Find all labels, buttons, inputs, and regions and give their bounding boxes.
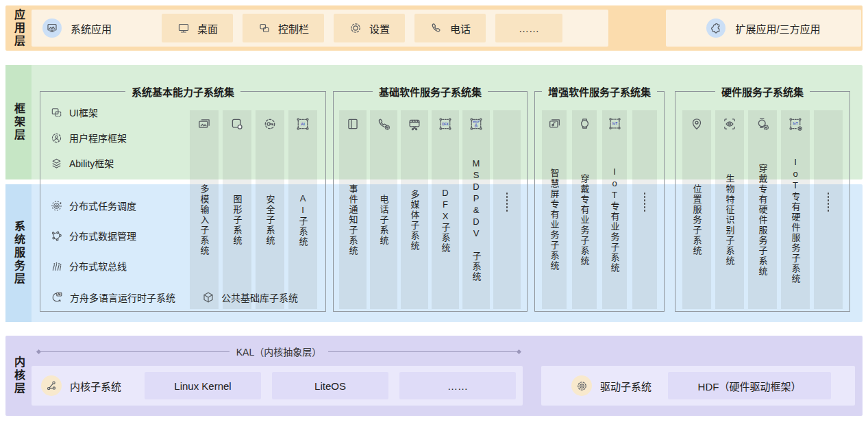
phone-icon [430,21,443,35]
pillar-iot-hw: IoT专有硬件服务子系统 [781,110,810,309]
system-app-item: 系统应用 [42,18,134,38]
security-key-icon [262,116,277,132]
ability-frame-icon [50,157,63,170]
group-enhanced-software-service: 增强软件服务子系统集 智慧屏专有业务子系统 穿戴专有业务子系统 IoT专有业务子… [534,91,665,312]
user-program-frame-icon [50,132,63,145]
msdp-dv-icon [469,116,484,132]
pillar-group: 事件通知子系统 电话子系统 多媒体子系统 DFX子系统 MSDP&DV 子系统 [339,110,521,309]
kernel-item-liteos: LiteOS [272,372,388,399]
app-item-more: …… [495,14,562,42]
ui-frame-icon [50,106,63,119]
iot-icon [608,116,622,131]
kernel-subsystem-icon [41,375,62,396]
group-hardware-service: 硬件服务子系统集 位置服务子系统 生物特征识别子系统 穿戴专有硬件服务子系统 I… [675,91,850,312]
pillar-label: AI子系统 [299,193,308,247]
pillar-ai: AI子系统 [288,110,317,309]
multimedia-icon [407,116,422,132]
pillar-wearable-hw: 穿戴专有硬件服务子系统 [748,110,777,309]
system-app-label: 系统应用 [71,21,112,36]
group-title: 系统基本能力子系统集 [40,84,325,99]
pillar-event-notification: 事件通知子系统 [339,110,367,309]
system-app-icon [42,18,62,38]
pillar-label: 多模输入子系统 [200,184,209,256]
list-item-distributed-task: 分布式任务调度 [50,199,136,212]
pillar-location: 位置服务子系统 [682,110,711,309]
softbus-icon [50,260,63,273]
pillar-label: 图形子系统 [233,195,242,246]
framework-items-list: UI框架 用户程序框架 Ability框架 [50,106,127,170]
pillar-label: 电话子系统 [380,195,388,246]
app-item-label: 设置 [369,21,390,36]
list-item-softbus: 分布式软总线 [50,259,136,273]
vertical-ellipsis [828,193,830,212]
pillar-multimodal-input: 多模输入子系统 [190,110,219,309]
app-item-label: 桌面 [197,21,218,36]
pillar-label: DFX子系统 [441,188,450,253]
pillar-group: 位置服务子系统 生物特征识别子系统 穿戴专有硬件服务子系统 IoT专有硬件服务子… [682,110,843,309]
pillar-more [814,110,843,309]
pillar-label: 安全子系统 [266,195,275,246]
extension-apps-label: 扩展应用/三方应用 [735,21,820,36]
architecture-diagram: 应用层 系统应用 桌面 控制栏 设置 电话 [0,0,868,422]
app-layer-container: 系统应用 桌面 控制栏 设置 电话 …… [32,10,608,47]
pillar-label: MSDP&DV 子系统 [472,158,481,282]
pillar-graphics: 图形子系统 [223,110,251,309]
pillar-label: 智慧屏专有业务子系统 [550,169,559,271]
list-item-ability-framework: Ability框架 [50,156,127,170]
app-item-desktop: 桌面 [162,14,233,42]
control-bar-icon [258,21,271,35]
extension-puzzle-icon [706,18,726,38]
ai-icon [295,116,310,132]
pillar-wearable: 穿戴专有业务子系统 [572,110,597,309]
kernel-subsystem-label: 内核子系统 [70,379,121,393]
ark-runtime-icon [50,290,64,304]
telephony-icon [376,116,391,132]
kal-line-left [37,351,230,352]
app-layer-label: 应用层 [5,5,32,51]
pillar-iot: IoT专有业务子系统 [602,110,627,309]
multimodal-input-icon [197,116,212,132]
dfx-icon [438,116,453,132]
distributed-data-icon [50,229,63,243]
kal-header: KAL（内核抽象层） [37,345,521,358]
pillar-more [493,110,521,309]
list-item-ui-framework: UI框架 [50,106,127,119]
group-title: 基础软件服务子系统集 [334,84,527,99]
pillar-smart-screen: 智慧屏专有业务子系统 [542,110,567,309]
pillar-dfx: DFX子系统 [432,110,459,309]
vertical-ellipsis [644,193,646,212]
kernel-subsystem-container: 内核子系统 Linux Kernel LiteOS …… [32,366,523,406]
group-basic-software-service: 基础软件服务子系统集 事件通知子系统 电话子系统 多媒体子系统 DFX子系统 M… [333,91,528,312]
kal-line-right [328,351,521,352]
distributed-task-icon [50,199,63,212]
pillar-group: 多模输入子系统 图形子系统 安全子系统 AI子系统 [190,110,317,309]
pillar-label: 穿戴专有业务子系统 [580,174,589,266]
location-pin-icon [689,116,704,132]
kernel-layer-band: 内核层 KAL（内核抽象层） 内核子系统 Linux Kernel LiteOS… [5,336,863,416]
pillar-msdp-dv: MSDP&DV 子系统 [462,110,490,309]
vertical-ellipsis [506,193,508,212]
kal-title: KAL（内核抽象层） [236,345,321,358]
group-title: 硬件服务子系统集 [675,84,850,99]
kernel-item-more: …… [399,372,516,399]
pillar-label: 位置服务子系统 [693,184,702,256]
smart-screen-icon [547,116,562,131]
driver-subsystem-icon [571,375,592,396]
pillar-label: 生物特征识别子系统 [726,174,734,266]
pillar-label: IoT专有业务子系统 [610,166,619,273]
driver-subsystem-container: 驱动子系统 HDF（硬件驱动框架） [541,366,855,406]
extension-apps-container: 扩展应用/三方应用 [666,10,861,47]
app-item-label: 控制栏 [278,21,309,36]
app-layer-band: 应用层 系统应用 桌面 控制栏 设置 电话 [5,5,863,51]
desktop-icon [177,21,190,35]
pillar-multimedia: 多媒体子系统 [401,110,428,309]
service-items-list: 分布式任务调度 分布式数据管理 分布式软总线 [50,199,136,273]
pillar-label: 穿戴专有硬件服务子系统 [758,164,767,277]
pillar-label: 多媒体子系统 [410,190,419,251]
pillar-telephony: 电话子系统 [370,110,397,309]
pillar-label: 事件通知子系统 [349,184,358,256]
pillar-more [632,110,657,309]
kernel-item-linux: Linux Kernel [145,372,261,399]
biometric-eye-icon [722,116,737,132]
driver-subsystem-label: 驱动子系统 [600,379,652,393]
